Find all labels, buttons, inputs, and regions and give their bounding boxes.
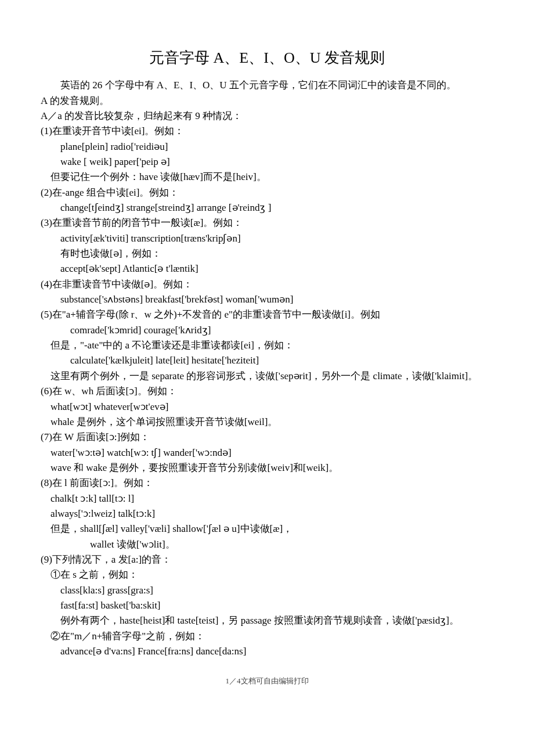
- intro-text: 英语的 26 个字母中有 A、E、I、O、U 五个元音字母，它们在不同词汇中的读…: [41, 78, 493, 93]
- rule-8-note1: 但是，shall[ʃæl] valley['væli] shallow['ʃæl…: [41, 521, 493, 537]
- rule-5-note2: 这里有两个例外，一是 separate 的形容词形式，读做['sepərit]，…: [41, 369, 493, 384]
- rule-4-ex1: substance['sʌbstəns] breakfast['brekfəst…: [41, 292, 493, 307]
- rule-1-ex1: plane[plein] radio['reidiəu]: [41, 139, 493, 154]
- rule-8-note2: wallet 读做['wɔlit]。: [41, 537, 493, 552]
- rule-9: (9)下列情况下，a 发[a:]的音：: [41, 552, 493, 567]
- page-title: 元音字母 A、E、I、O、U 发音规则: [41, 46, 493, 70]
- rule-5-ex2: calculate['kælkjuleit] late[leit] hesita…: [41, 353, 493, 368]
- rule-3-ex1: activity[æk'tiviti] transcription[træns'…: [41, 231, 493, 246]
- rule-5-note1: 但是，"-ate"中的 a 不论重读还是非重读都读[ei]，例如：: [41, 338, 493, 353]
- rule-9-a-ex2: fast[fa:st] basket['ba:skit]: [41, 598, 493, 613]
- rule-5-ex1: comrade['kɔmrid] courage['kʌridʒ]: [41, 323, 493, 338]
- rule-8-ex1: chalk[t ɔ:k] tall[tɔ: l]: [41, 491, 493, 506]
- rule-3-note1: 有时也读做[ə]，例如：: [41, 246, 493, 261]
- rule-7: (7)在 W 后面读[ɔ:]例如：: [41, 430, 493, 445]
- rule-8: (8)在 l 前面读[ɔ:]。例如：: [41, 476, 493, 491]
- rule-6: (6)在 w、wh 后面读[ɔ]。例如：: [41, 384, 493, 399]
- rule-9-a: ①在 s 之前，例如：: [41, 567, 493, 582]
- rule-8-ex2: always['ɔ:lweiz] talk[tɔ:k]: [41, 506, 493, 521]
- rule-2: (2)在-ange 组合中读[ei]。例如：: [41, 185, 493, 200]
- rule-7-ex1: water['wɔ:tə] watch[wɔ: tʃ] wander['wɔ:n…: [41, 445, 493, 460]
- page-footer: 1／4文档可自由编辑打印: [41, 675, 493, 687]
- rule-9-a-ex1: class[kla:s] grass[gra:s]: [41, 583, 493, 598]
- section-a-title: A 的发音规则。: [41, 93, 493, 109]
- rule-1-ex2: wake [ weik] paper['peip ə]: [41, 154, 493, 170]
- rule-7-note: wave 和 wake 是例外，要按照重读开音节分别读做[weiv]和[weik…: [41, 460, 493, 476]
- rule-9-a-note: 例外有两个，haste[heist]和 taste[teist]，另 passa…: [41, 613, 493, 628]
- rule-3-ex2: accept[ək'sept] Atlantic[ə t'læntik]: [41, 261, 493, 276]
- rule-6-note: whale 是例外，这个单词按照重读开音节读做[weil]。: [41, 415, 493, 430]
- rule-6-ex1: what[wɔt] whatever[wɔt'evə]: [41, 399, 493, 415]
- rule-9-b-ex1: advance[ə d'va:ns] France[fra:ns] dance[…: [41, 644, 493, 659]
- rule-1-note: 但要记住一个例外：have 读做[hæv]而不是[heiv]。: [41, 170, 493, 185]
- rule-1: (1)在重读开音节中读[ei]。例如：: [41, 124, 493, 139]
- rule-3: (3)在重读音节前的闭音节中一般读[æ]。例如：: [41, 215, 493, 231]
- rule-4: (4)在非重读音节中读做[ə]。例如：: [41, 277, 493, 292]
- rule-9-b: ②在"m／n+辅音字母"之前，例如：: [41, 629, 493, 644]
- rule-5: (5)在"a+辅音字母(除 r、w 之外)+不发音的 e"的非重读音节中一般读做…: [41, 307, 493, 322]
- section-a-sub: A／a 的发音比较复杂，归纳起来有 9 种情况：: [41, 109, 493, 124]
- rule-2-ex1: change[tʃeindʒ] strange[streindʒ] arrang…: [41, 200, 493, 215]
